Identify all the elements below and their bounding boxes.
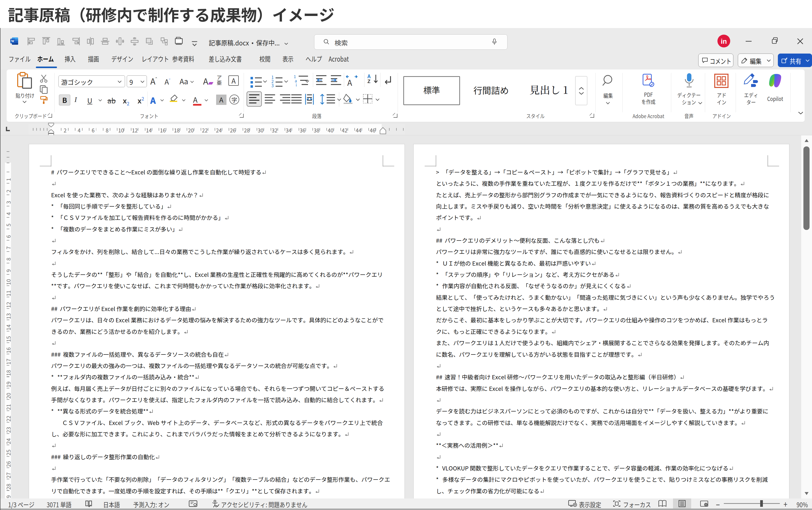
svg-text:W: W (11, 38, 14, 43)
